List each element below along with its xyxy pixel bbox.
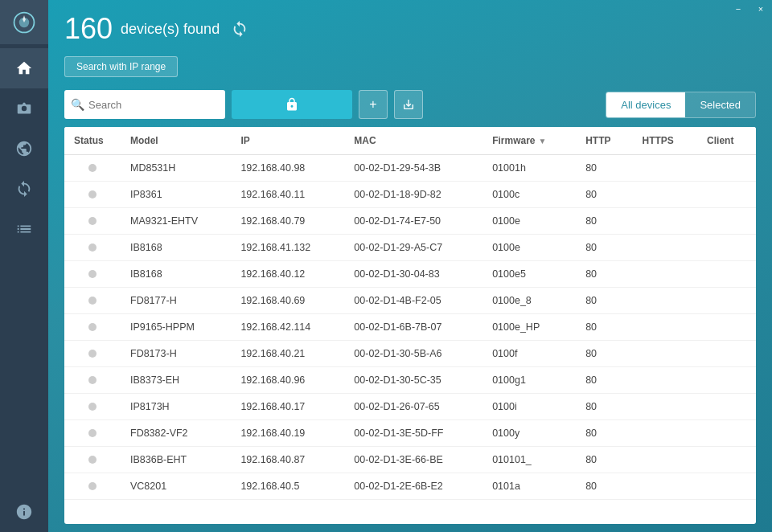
cell-https xyxy=(633,473,698,500)
cell-client xyxy=(697,155,756,182)
cell-http: 80 xyxy=(576,341,632,367)
col-firmware[interactable]: Firmware ▼ xyxy=(482,127,576,155)
cell-http: 80 xyxy=(576,420,632,447)
camera-icon xyxy=(15,100,33,117)
cell-firmware: 01001h xyxy=(482,155,576,182)
table-row[interactable]: IB836B-EHT 192.168.40.87 00-02-D1-3E-66-… xyxy=(64,447,756,473)
device-count: 160 xyxy=(64,14,113,43)
col-ip: IP xyxy=(231,127,344,155)
sidebar-item-camera[interactable] xyxy=(0,88,48,129)
table-header-row: Status Model IP MAC Firmware ▼ HTTP HTTP… xyxy=(64,127,756,155)
refresh-icon xyxy=(231,20,248,38)
tab-selected[interactable]: Selected xyxy=(685,92,755,117)
search-input[interactable] xyxy=(88,99,219,111)
cell-model: IP8173H xyxy=(121,394,231,420)
minimize-button[interactable]: − xyxy=(727,0,749,18)
network-icon xyxy=(15,140,33,158)
col-mac: MAC xyxy=(344,127,482,155)
window-chrome: − × xyxy=(727,0,772,18)
cell-mac: 00-02-D1-3E-5D-FF xyxy=(344,420,482,447)
cell-https xyxy=(633,394,698,420)
device-table: Status Model IP MAC Firmware ▼ HTTP HTTP… xyxy=(64,127,756,500)
cell-firmware: 010101_ xyxy=(482,447,576,473)
search-ip-row: Search with IP range xyxy=(64,55,756,77)
cell-status xyxy=(64,447,121,473)
cell-http: 80 xyxy=(576,473,632,500)
cell-status xyxy=(64,394,121,420)
cell-http: 80 xyxy=(576,208,632,235)
tab-group: All devices Selected xyxy=(606,92,756,118)
cell-http: 80 xyxy=(576,447,632,473)
add-icon: + xyxy=(369,97,376,112)
sync-icon xyxy=(15,180,33,198)
cell-status xyxy=(64,235,121,261)
table-row[interactable]: IB8373-EH 192.168.40.96 00-02-D1-30-5C-3… xyxy=(64,367,756,394)
cell-firmware: 0100c xyxy=(482,182,576,208)
cell-ip: 192.168.40.87 xyxy=(231,447,344,473)
table-row[interactable]: MA9321-EHTV 192.168.40.79 00-02-D1-74-E7… xyxy=(64,208,756,235)
table-row[interactable]: IB8168 192.168.41.132 00-02-D1-29-A5-C7 … xyxy=(64,235,756,261)
cell-status xyxy=(64,341,121,367)
table-row[interactable]: IP8173H 192.168.40.17 00-02-D1-26-07-65 … xyxy=(64,394,756,420)
toolbar: 🔍 + All devices Selected xyxy=(64,90,756,119)
cell-firmware: 0100e xyxy=(482,208,576,235)
refresh-button[interactable] xyxy=(231,20,248,38)
close-button[interactable]: × xyxy=(749,0,772,18)
sidebar-item-list[interactable] xyxy=(0,209,48,249)
cell-mac: 00-02-D1-74-E7-50 xyxy=(344,208,482,235)
cell-model: FD8173-H xyxy=(121,341,231,367)
table-row[interactable]: IP9165-HPPM 192.168.42.114 00-02-D1-6B-7… xyxy=(64,314,756,341)
lock-icon xyxy=(285,97,299,112)
sidebar-item-info[interactable] xyxy=(0,492,48,532)
cell-status xyxy=(64,420,121,447)
sort-icon: ▼ xyxy=(539,137,547,145)
home-icon xyxy=(15,59,33,77)
table-body: MD8531H 192.168.40.98 00-02-D1-29-54-3B … xyxy=(64,155,756,500)
sidebar-item-sync[interactable] xyxy=(0,169,48,209)
cell-status xyxy=(64,367,121,394)
cell-model: MD8531H xyxy=(121,155,231,182)
page-subtitle: device(s) found xyxy=(121,21,220,38)
table-row[interactable]: MD8531H 192.168.40.98 00-02-D1-29-54-3B … xyxy=(64,155,756,182)
table-row[interactable]: FD8382-VF2 192.168.40.19 00-02-D1-3E-5D-… xyxy=(64,420,756,447)
cell-https xyxy=(633,208,698,235)
add-button[interactable]: + xyxy=(359,90,388,119)
search-ip-button[interactable]: Search with IP range xyxy=(64,56,178,77)
cell-ip: 192.168.41.132 xyxy=(231,235,344,261)
cell-ip: 192.168.40.98 xyxy=(231,155,344,182)
cell-client xyxy=(697,473,756,500)
lock-button[interactable] xyxy=(232,90,352,119)
cell-http: 80 xyxy=(576,288,632,314)
table-row[interactable]: VC8201 192.168.40.5 00-02-D1-2E-6B-E2 01… xyxy=(64,473,756,500)
cell-client xyxy=(697,182,756,208)
info-icon xyxy=(15,503,33,521)
cell-ip: 192.168.40.17 xyxy=(231,394,344,420)
cell-firmware: 0100e_8 xyxy=(482,288,576,314)
cell-ip: 192.168.40.11 xyxy=(231,182,344,208)
table-row[interactable]: FD8173-H 192.168.40.21 00-02-D1-30-5B-A6… xyxy=(64,341,756,367)
cell-client xyxy=(697,314,756,341)
sidebar-item-network[interactable] xyxy=(0,129,48,169)
cell-https xyxy=(633,341,698,367)
cell-client xyxy=(697,341,756,367)
table-row[interactable]: IP8361 192.168.40.11 00-02-D1-18-9D-82 0… xyxy=(64,182,756,208)
cell-mac: 00-02-D1-4B-F2-05 xyxy=(344,288,482,314)
cell-https xyxy=(633,235,698,261)
cell-mac: 00-02-D1-30-5B-A6 xyxy=(344,341,482,367)
export-button[interactable] xyxy=(394,90,423,119)
table-scroll[interactable]: Status Model IP MAC Firmware ▼ HTTP HTTP… xyxy=(64,127,756,524)
table-row[interactable]: IB8168 192.168.40.12 00-02-D1-30-04-83 0… xyxy=(64,261,756,288)
search-box: 🔍 xyxy=(64,90,225,119)
cell-http: 80 xyxy=(576,235,632,261)
sidebar-item-home[interactable] xyxy=(0,48,48,88)
cell-mac: 00-02-D1-18-9D-82 xyxy=(344,182,482,208)
cell-https xyxy=(633,261,698,288)
tab-all-devices[interactable]: All devices xyxy=(606,92,685,117)
cell-model: IB8168 xyxy=(121,261,231,288)
cell-https xyxy=(633,155,698,182)
table-row[interactable]: FD8177-H 192.168.40.69 00-02-D1-4B-F2-05… xyxy=(64,288,756,314)
cell-model: IB8373-EH xyxy=(121,367,231,394)
cell-https xyxy=(633,367,698,394)
cell-client xyxy=(697,288,756,314)
cell-ip: 192.168.42.114 xyxy=(231,314,344,341)
